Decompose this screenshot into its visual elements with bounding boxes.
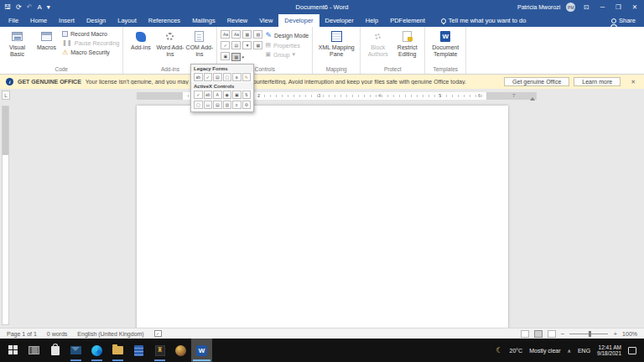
picture-content-control[interactable]: ▦ bbox=[242, 30, 252, 39]
tab-references[interactable]: References bbox=[143, 14, 186, 27]
banner-close-icon[interactable]: ✕ bbox=[628, 79, 638, 85]
tab-mailings[interactable]: Mailings bbox=[186, 14, 221, 27]
plain-text-content-control[interactable]: Aa bbox=[231, 30, 241, 39]
activex-textbox-icon[interactable]: ab bbox=[204, 90, 213, 99]
activex-more-controls-icon[interactable]: ⚙ bbox=[242, 101, 252, 109]
share-button[interactable]: Share bbox=[611, 14, 644, 27]
language-indicator[interactable]: English (United Kingdom) bbox=[77, 331, 143, 337]
addins-button[interactable]: Add-ins bbox=[127, 28, 154, 51]
record-macro-button[interactable]: Record Macro bbox=[62, 31, 119, 37]
tab-view[interactable]: View bbox=[253, 14, 278, 27]
checkbox-content-control[interactable]: ✓ bbox=[221, 41, 230, 49]
web-layout-icon[interactable] bbox=[548, 330, 556, 338]
restore-button[interactable]: ❐ bbox=[613, 4, 624, 11]
customize-qat-icon[interactable]: ▾ bbox=[47, 4, 50, 11]
right-indent-marker[interactable] bbox=[530, 97, 535, 101]
date-picker-content-control[interactable]: ▦ bbox=[253, 41, 262, 49]
get-genuine-office-button[interactable]: Get genuine Office bbox=[504, 77, 569, 86]
zoom-in-button[interactable]: + bbox=[613, 330, 617, 338]
edge-button[interactable] bbox=[86, 339, 107, 362]
macros-button[interactable]: Macros bbox=[33, 28, 60, 51]
activex-checkbox-icon[interactable]: ✓ bbox=[194, 90, 203, 99]
activex-frame-icon[interactable]: ▢ bbox=[194, 101, 203, 109]
microsoft-store-button[interactable] bbox=[44, 339, 65, 362]
start-button[interactable] bbox=[3, 339, 23, 362]
text-form-field-icon[interactable]: ab bbox=[194, 73, 203, 81]
save-icon[interactable]: 🖫 bbox=[4, 4, 11, 11]
checkbox-form-field-icon[interactable]: ✓ bbox=[204, 73, 213, 81]
weather-text[interactable]: Mostly clear bbox=[529, 348, 560, 354]
combo-box-content-control[interactable]: ▤ bbox=[231, 41, 241, 49]
macro-security-button[interactable]: ⚠Macro Security bbox=[62, 49, 119, 56]
language-abbr[interactable]: ENG bbox=[578, 348, 590, 354]
com-addins-button[interactable]: COM Add-ins bbox=[185, 28, 213, 57]
tab-home[interactable]: Home bbox=[24, 14, 53, 27]
rich-text-content-control[interactable]: Aa bbox=[221, 30, 230, 39]
document-page[interactable] bbox=[137, 106, 508, 328]
avatar[interactable]: PM bbox=[566, 3, 575, 12]
proofing-status-icon[interactable]: ✓ bbox=[154, 330, 162, 337]
app-button-blue[interactable] bbox=[128, 339, 149, 362]
word-addins-button[interactable]: Word Add-ins bbox=[156, 28, 184, 57]
tab-pdfelement[interactable]: PDFelement bbox=[384, 14, 431, 27]
activex-combo-box-icon[interactable]: ▤ bbox=[213, 101, 222, 109]
redo-icon[interactable]: ⟳ bbox=[16, 4, 22, 11]
properties-button[interactable]: ▤Properties bbox=[265, 42, 309, 49]
user-name[interactable]: Patricia Mworozi bbox=[517, 4, 560, 10]
tab-selector[interactable]: L bbox=[2, 90, 10, 100]
building-block-gallery-control[interactable]: ▨ bbox=[253, 30, 262, 39]
tab-help[interactable]: Help bbox=[360, 14, 384, 27]
activex-list-box-icon[interactable]: ▥ bbox=[223, 101, 232, 109]
block-authors-button[interactable]: Block Authors bbox=[364, 28, 392, 57]
restrict-editing-button[interactable]: Restrict Editing bbox=[393, 28, 421, 57]
hidden-icons-chevron-icon[interactable]: ∧ bbox=[568, 348, 571, 354]
app-button-dark[interactable]: ♜ bbox=[149, 339, 170, 362]
tab-developer-2[interactable]: Developer bbox=[319, 14, 360, 27]
task-view-button[interactable] bbox=[23, 339, 44, 362]
activex-image-icon[interactable]: ▣ bbox=[232, 90, 242, 99]
tab-layout[interactable]: Layout bbox=[112, 14, 143, 27]
dropdown-form-field-icon[interactable]: ▤ bbox=[213, 73, 222, 81]
group-button[interactable]: ▣Group▾ bbox=[265, 51, 309, 58]
reset-form-fields-icon[interactable]: ✎ bbox=[242, 73, 252, 81]
print-layout-icon[interactable] bbox=[534, 330, 543, 338]
undo-icon[interactable]: ↶ bbox=[27, 4, 33, 11]
form-field-shading-icon[interactable]: a bbox=[232, 73, 242, 81]
zoom-out-button[interactable]: − bbox=[561, 330, 565, 338]
xml-mapping-pane-button[interactable]: XML Mapping Pane bbox=[317, 28, 356, 57]
design-mode-button[interactable]: ✎Design Mode bbox=[265, 31, 309, 39]
mail-button[interactable] bbox=[65, 339, 86, 362]
read-mode-icon[interactable] bbox=[521, 330, 529, 338]
tab-developer-active[interactable]: Developer bbox=[278, 14, 319, 27]
tab-review[interactable]: Review bbox=[221, 14, 254, 27]
word-count[interactable]: 0 words bbox=[47, 331, 68, 337]
ribbon-display-options-icon[interactable]: ⊡ bbox=[581, 4, 591, 11]
vertical-ruler[interactable] bbox=[2, 106, 9, 325]
page-indicator[interactable]: Page 1 of 1 bbox=[7, 331, 37, 337]
activex-scrollbar-icon[interactable]: ≡ bbox=[232, 101, 242, 109]
tab-insert[interactable]: Insert bbox=[53, 14, 80, 27]
tab-file[interactable]: File bbox=[3, 14, 24, 27]
learn-more-button[interactable]: Learn more bbox=[574, 77, 621, 86]
action-center-icon[interactable] bbox=[628, 347, 636, 354]
activex-option-button-icon[interactable]: ◉ bbox=[223, 90, 232, 99]
activex-label-icon[interactable]: A bbox=[213, 90, 222, 99]
word-taskbar-button[interactable]: W bbox=[191, 339, 212, 362]
visual-basic-button[interactable]: Visual Basic bbox=[3, 28, 31, 57]
document-template-button[interactable]: W Document Template bbox=[428, 28, 462, 57]
dropdown-list-content-control[interactable]: ▼ bbox=[242, 41, 252, 49]
insert-frame-icon[interactable]: ▢ bbox=[223, 73, 232, 81]
zoom-level[interactable]: 100% bbox=[622, 331, 637, 337]
firefox-button[interactable] bbox=[170, 339, 191, 362]
clock[interactable]: 12:41 AM 9/18/2021 bbox=[597, 344, 621, 357]
font-tool-icon[interactable]: A bbox=[37, 4, 41, 11]
legacy-tools-button[interactable]: ▦ ▾ bbox=[231, 52, 263, 62]
file-explorer-button[interactable] bbox=[107, 339, 128, 362]
activex-spin-button-icon[interactable]: ⇅ bbox=[242, 90, 252, 99]
minimize-button[interactable]: ─ bbox=[598, 4, 607, 11]
activex-command-button-icon[interactable]: ▭ bbox=[204, 101, 213, 109]
tell-me-box[interactable]: Tell me what you want to do bbox=[441, 14, 527, 27]
close-button[interactable]: ✕ bbox=[630, 4, 640, 11]
temperature[interactable]: 20°C bbox=[510, 348, 523, 354]
pause-recording-button[interactable]: ❚❚Pause Recording bbox=[62, 39, 119, 46]
